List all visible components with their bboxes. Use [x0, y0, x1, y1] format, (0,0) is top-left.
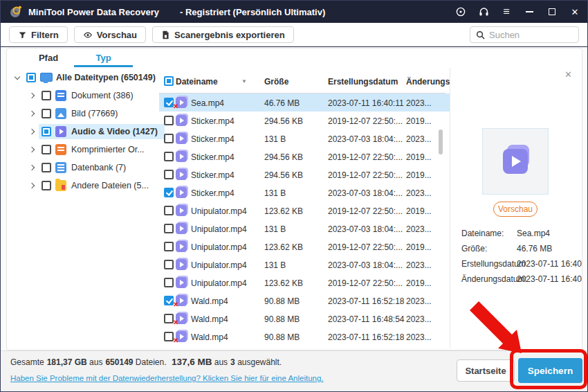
export-button-label: Scanergebnis exportieren — [174, 30, 285, 40]
file-size: 123.62 KB — [264, 278, 303, 288]
row-checkbox[interactable] — [164, 242, 174, 251]
filter-button[interactable]: Filtern — [9, 26, 68, 43]
tree-item[interactable]: Andere Dateien (5... — [7, 177, 159, 195]
preview-thumbnail — [482, 128, 549, 195]
sort-descending-icon[interactable]: ▼ — [241, 78, 247, 84]
row-checkbox[interactable] — [164, 314, 174, 323]
table-row[interactable]: ✕ Sticker.mp4 131 B 2023-07-03 18:04:...… — [159, 130, 450, 148]
row-checkbox[interactable] — [164, 116, 174, 125]
caret-icon[interactable] — [29, 128, 36, 135]
table-row[interactable]: ✕ Unipulator.mp4 131 B 2023-07-03 18:04:… — [159, 256, 450, 274]
video-file-icon: ✕ — [176, 259, 187, 270]
close-button[interactable]: ✕ — [569, 6, 580, 17]
row-checkbox[interactable] — [164, 188, 174, 197]
tree-checkbox[interactable] — [42, 145, 51, 154]
tree-checkbox[interactable] — [42, 91, 51, 100]
table-scrollbar-thumb[interactable] — [439, 130, 443, 154]
file-size: 294.56 KB — [264, 152, 303, 162]
file-name: Unipulator.mp4 — [191, 224, 247, 234]
column-header-name[interactable]: Dateiname — [176, 77, 218, 87]
table-row[interactable]: ✕ Sticker.mp4 294.56 KB 2019-12-07 22:50… — [159, 166, 450, 184]
detail-label: Größe: — [461, 244, 487, 253]
tree-checkbox[interactable] — [42, 127, 51, 136]
caret-icon[interactable] — [29, 92, 36, 99]
title-bar: MiniTool Power Data Recovery - Registrie… — [1, 1, 587, 23]
row-checkbox[interactable] — [164, 278, 174, 287]
app-logo-icon — [10, 6, 22, 18]
video-file-icon: ✕ — [176, 115, 187, 126]
startseite-button[interactable]: Startseite — [457, 359, 515, 382]
tab-typ[interactable]: Typ — [74, 53, 133, 63]
table-header: Dateiname ▼ Größe Erstellungsdatum Änder… — [159, 73, 450, 93]
row-checkbox[interactable] — [164, 134, 174, 143]
table-row[interactable]: ✕ Wald.mp4 90.88 MB 2023-07-11 16:52:18 … — [159, 328, 450, 346]
disc-icon[interactable] — [455, 6, 466, 17]
tree-item[interactable]: Alle Dateitypen (650149) — [7, 69, 159, 87]
help-link[interactable]: Haben Sie Probleme mit der Datenwiederhe… — [10, 374, 324, 382]
row-checkbox[interactable] — [164, 296, 174, 305]
file-size: 46.76 MB — [264, 98, 300, 108]
headset-support-icon[interactable] — [478, 6, 489, 17]
tree-checkbox[interactable] — [42, 109, 51, 118]
tree-item[interactable]: Audio & Video (1427) — [7, 123, 159, 141]
caret-icon[interactable] — [14, 74, 21, 81]
table-row[interactable]: ✕ Wald.mp4 90.88 MB 2023-07-11 16:52:18 … — [159, 292, 450, 310]
tree-item[interactable]: Komprimierter Or... — [7, 141, 159, 159]
table-row[interactable]: ✕ Unipulator.mp4 123.62 KB 2019-12-07 22… — [159, 202, 450, 220]
table-row[interactable]: ✕ Sea.mp4 46.76 MB 2023-07-11 16:40:11 2… — [159, 93, 450, 112]
table-row[interactable]: ✕ Wald.mp4 90.88 MB 2023-07-11 16:48:54 … — [159, 310, 450, 328]
preview-button[interactable]: Vorschau — [74, 26, 146, 43]
summary-prefix: Gesamte — [10, 357, 44, 367]
detail-label: Dateiname: — [461, 229, 504, 238]
table-row[interactable]: ✕ Unipulator.mp4 131 B 2023-07-03 18:04:… — [159, 220, 450, 238]
detail-row-filename: Dateiname: Sea.mp4 — [461, 229, 583, 244]
summary-selected-word: ausgewählt. — [237, 357, 282, 367]
video-file-icon: ✕ — [176, 313, 187, 324]
file-size: 294.56 KB — [264, 116, 303, 126]
export-scan-result-button[interactable]: Scanergebnis exportieren — [152, 26, 294, 43]
maximize-button[interactable] — [546, 6, 558, 17]
table-row[interactable]: ✕ Unipulator.mp4 123.62 KB 2019-12-07 22… — [159, 274, 450, 292]
row-checkbox[interactable] — [164, 260, 174, 269]
caret-icon[interactable] — [29, 164, 36, 171]
vorschau-button[interactable]: Vorschau — [493, 202, 538, 217]
column-header-modified[interactable]: Änderungs — [406, 77, 450, 87]
preview-close-icon[interactable]: ✕ — [564, 69, 572, 80]
tree-item-label: Komprimierter Or... — [71, 145, 145, 154]
file-modified-date: 2023... — [406, 134, 432, 144]
row-checkbox[interactable] — [164, 332, 174, 341]
tree-checkbox[interactable] — [42, 181, 51, 190]
row-checkbox[interactable] — [164, 224, 174, 233]
panel-divider — [450, 68, 450, 348]
file-created-date: 2019-12-07 22:50:... — [328, 170, 403, 180]
file-created-date: 2019-12-07 22:50:... — [328, 116, 403, 126]
tree-checkbox[interactable] — [42, 163, 51, 172]
tree-checkbox[interactable] — [26, 73, 36, 82]
file-modified-date: 2019... — [406, 206, 432, 216]
select-all-checkbox[interactable] — [164, 76, 174, 86]
row-checkbox[interactable] — [164, 206, 174, 215]
table-row[interactable]: ✕ Sticker.mp4 294.56 KB 2019-12-07 22:50… — [159, 112, 450, 130]
caret-icon[interactable] — [29, 182, 36, 189]
search-box[interactable] — [470, 26, 579, 43]
tree-item[interactable]: Dokument (386) — [7, 87, 159, 105]
tree-item[interactable]: Bild (77669) — [7, 105, 159, 123]
search-input[interactable] — [489, 30, 565, 40]
speichern-button[interactable]: Speichern — [518, 358, 582, 383]
menu-icon[interactable]: ≡ — [501, 6, 512, 17]
caret-icon[interactable] — [29, 110, 36, 117]
tab-pfad[interactable]: Pfad — [28, 53, 69, 63]
row-checkbox[interactable] — [164, 152, 174, 161]
row-checkbox[interactable] — [164, 98, 174, 107]
minimize-button[interactable] — [524, 6, 535, 17]
table-row[interactable]: ✕ Unipulator.mp4 123.62 KB 2019-12-07 22… — [159, 238, 450, 256]
column-header-created[interactable]: Erstellungsdatum — [328, 77, 398, 87]
table-row[interactable]: ✕ Sticker.mp4 131 B 2023-07-03 18:04:...… — [159, 184, 450, 202]
table-row[interactable]: ✕ Sticker.mp4 294.56 KB 2019-12-07 22:50… — [159, 148, 450, 166]
caret-icon[interactable] — [29, 146, 36, 153]
tree-item[interactable]: Datenbank (7) — [7, 159, 159, 177]
selected-size: 137,6 MB — [172, 357, 212, 367]
row-checkbox[interactable] — [164, 170, 174, 179]
file-size: 131 B — [264, 260, 286, 270]
column-header-size[interactable]: Größe — [264, 77, 288, 87]
